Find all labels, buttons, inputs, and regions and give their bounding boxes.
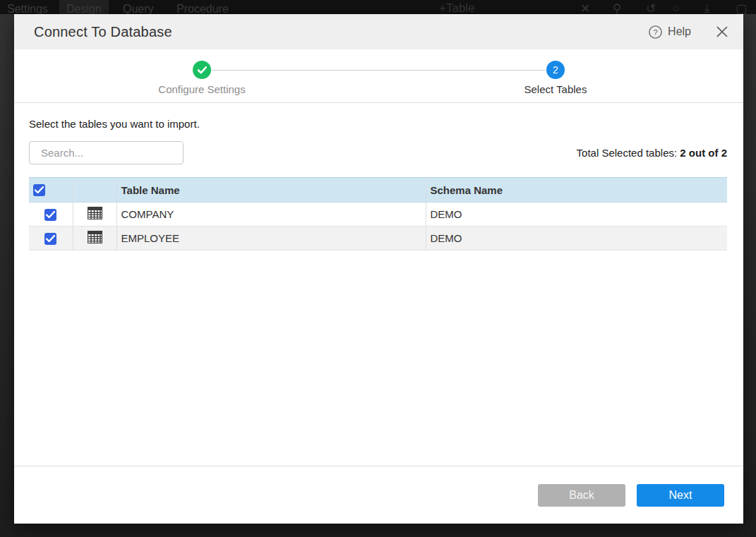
tab-settings[interactable]: Settings — [0, 0, 55, 14]
close-button[interactable] — [716, 26, 728, 37]
tables-list: Table Name Schema Name — [29, 177, 727, 251]
next-button[interactable]: Next — [637, 484, 724, 507]
wizard-stepper: Configure Settings 2 Select Tables — [14, 49, 743, 103]
instruction-text: Select the tables you want to import. — [29, 118, 727, 130]
dialog-footer: Back Next — [14, 466, 743, 524]
summary-count: 2 out of 2 — [680, 147, 727, 159]
refresh-icon[interactable]: ○ — [672, 1, 679, 14]
add-table-button[interactable]: +Table — [439, 1, 475, 14]
help-label: Help — [668, 25, 691, 38]
tab-design[interactable]: Design — [59, 0, 109, 14]
help-button[interactable]: ? Help — [649, 25, 691, 39]
background-app-topbar: Settings Design Query Procedure +Table ✕… — [0, 0, 756, 14]
back-button[interactable]: Back — [538, 484, 625, 507]
search-box — [29, 141, 184, 164]
table-grid-icon — [88, 207, 102, 219]
step-label: Select Tables — [485, 83, 626, 95]
summary-prefix: Total Selected tables: — [577, 147, 680, 159]
step-number-badge: 2 — [546, 61, 565, 79]
table-row[interactable]: EMPLOYEE DEMO — [29, 227, 727, 251]
table-row[interactable]: COMPANY DEMO — [29, 203, 727, 227]
close-icon — [716, 26, 728, 37]
search-input[interactable] — [41, 147, 181, 159]
step-complete-icon — [193, 61, 211, 79]
tab-procedure[interactable]: Procedure — [169, 0, 236, 14]
table-name-cell: COMPANY — [116, 203, 426, 227]
table-name-column-header: Table Name — [116, 178, 426, 203]
step-configure-settings: Configure Settings — [131, 61, 272, 95]
step-select-tables: 2 Select Tables — [485, 61, 626, 95]
select-all-checkbox[interactable] — [33, 184, 45, 196]
schema-name-cell: DEMO — [426, 227, 727, 251]
frame-icon[interactable]: ▢ — [736, 1, 747, 14]
help-icon: ? — [649, 25, 662, 39]
schema-name-column-header: Schema Name — [426, 178, 727, 203]
row-checkbox[interactable] — [44, 209, 56, 221]
download-icon[interactable]: ⤓ — [704, 1, 710, 14]
undo-icon[interactable]: ↺ — [646, 1, 656, 14]
selected-tables-summary: Total Selected tables: 2 out of 2 — [577, 147, 727, 159]
connect-to-database-dialog: Connect To Database ? Help Configure Set — [14, 14, 743, 524]
search-icon[interactable]: ⚲ — [613, 1, 621, 14]
svg-text:?: ? — [654, 28, 658, 36]
row-checkbox[interactable] — [44, 233, 56, 245]
icon-column-header — [73, 178, 116, 203]
close-icon[interactable]: ✕ — [580, 1, 590, 14]
dialog-header: Connect To Database ? Help — [14, 14, 743, 49]
step-label: Configure Settings — [131, 83, 272, 95]
schema-name-cell: DEMO — [426, 203, 727, 227]
tab-query[interactable]: Query — [116, 0, 161, 14]
dialog-title: Connect To Database — [34, 24, 172, 40]
table-grid-icon — [88, 231, 102, 243]
select-all-cell — [29, 178, 73, 203]
table-header-row: Table Name Schema Name — [29, 178, 727, 203]
table-name-cell: EMPLOYEE — [116, 227, 426, 251]
dialog-content: Select the tables you want to import. To… — [29, 103, 727, 251]
